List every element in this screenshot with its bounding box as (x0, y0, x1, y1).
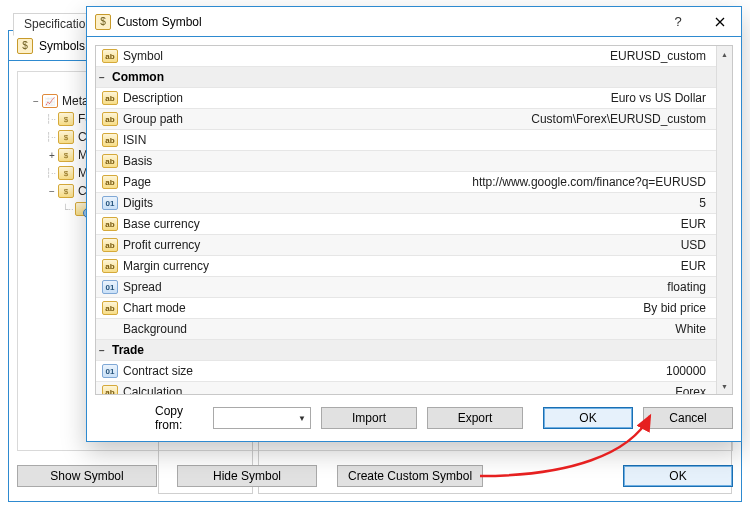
plus-icon[interactable]: + (46, 150, 58, 161)
property-name: ISIN (123, 133, 146, 147)
field-type-icon: ab (102, 385, 118, 394)
property-name: Symbol (123, 49, 163, 63)
field-type-icon: ab (102, 133, 118, 147)
export-button[interactable]: Export (427, 407, 523, 429)
field-type-icon: 01 (102, 280, 118, 294)
dialog-app-icon: $ (95, 14, 111, 30)
property-row[interactable]: abPagehttp://www.google.com/finance?q=EU… (96, 172, 716, 193)
field-type-icon: ab (102, 238, 118, 252)
property-value[interactable]: USD (296, 238, 716, 252)
tree-connector: ┆·· (46, 114, 58, 124)
property-row[interactable]: abISIN (96, 130, 716, 151)
show-symbol-button[interactable]: Show Symbol (17, 465, 157, 487)
minus-icon[interactable]: − (96, 72, 108, 83)
symbols-button-bar: Show Symbol Hide Symbol Create Custom Sy… (17, 461, 733, 491)
property-value[interactable]: Euro vs US Dollar (296, 91, 716, 105)
property-row[interactable]: abProfit currencyUSD (96, 235, 716, 256)
scroll-down-icon[interactable]: ▼ (717, 378, 732, 394)
property-value[interactable]: 100000 (296, 364, 716, 378)
field-type-icon: ab (102, 259, 118, 273)
scroll-up-icon[interactable]: ▲ (717, 46, 732, 62)
property-name: Group path (123, 112, 183, 126)
chevron-down-icon: ▼ (298, 414, 306, 423)
property-row[interactable]: abBasis (96, 151, 716, 172)
property-value[interactable]: http://www.google.com/finance?q=EURUSD (296, 175, 716, 189)
folder-icon: $ (58, 148, 74, 162)
tree-connector: ┆·· (46, 132, 58, 142)
create-custom-symbol-button[interactable]: Create Custom Symbol (337, 465, 483, 487)
dialog-title: Custom Symbol (117, 15, 202, 29)
field-type-icon: ab (102, 112, 118, 126)
field-type-icon: 01 (102, 364, 118, 378)
tree-connector: ┆·· (46, 168, 58, 178)
property-name: Digits (123, 196, 153, 210)
property-name: Basis (123, 154, 152, 168)
hide-symbol-button[interactable]: Hide Symbol (177, 465, 317, 487)
section-label: Common (108, 70, 164, 84)
property-name: Calculation (123, 385, 182, 394)
property-row[interactable]: BackgroundWhite (96, 319, 716, 340)
field-type-icon: ab (102, 49, 118, 63)
field-type-icon: 01 (102, 196, 118, 210)
minus-icon[interactable]: − (46, 186, 58, 197)
section-trade[interactable]: −Trade (96, 340, 716, 361)
property-row[interactable]: abCalculationForex (96, 382, 716, 394)
section-common[interactable]: −Common (96, 67, 716, 88)
dialog-ok-button[interactable]: OK (543, 407, 633, 429)
close-icon (715, 17, 725, 27)
property-value[interactable]: EUR (296, 217, 716, 231)
property-value[interactable]: EURUSD_custom (296, 49, 716, 63)
chart-icon: 📈 (42, 94, 58, 108)
property-value[interactable]: 5 (296, 196, 716, 210)
field-type-icon: ab (102, 175, 118, 189)
property-name: Profit currency (123, 238, 200, 252)
folder-icon: $ (58, 130, 74, 144)
import-button[interactable]: Import (321, 407, 417, 429)
dialog-button-bar: Copy from: ▼ Import Export OK Cancel (95, 405, 733, 431)
help-button[interactable]: ? (657, 7, 699, 36)
property-name: Margin currency (123, 259, 209, 273)
field-type-icon: ab (102, 301, 118, 315)
property-name: Chart mode (123, 301, 186, 315)
property-value[interactable]: By bid price (296, 301, 716, 315)
property-row[interactable]: abGroup pathCustom\Forex\EURUSD_custom (96, 109, 716, 130)
property-row[interactable]: 01Contract size100000 (96, 361, 716, 382)
folder-icon: $ (58, 166, 74, 180)
field-type-icon: ab (102, 217, 118, 231)
minus-icon[interactable]: − (30, 96, 42, 107)
property-name: Page (123, 175, 151, 189)
property-row[interactable]: abBase currencyEUR (96, 214, 716, 235)
property-row[interactable]: 01Spreadfloating (96, 277, 716, 298)
property-name: Description (123, 91, 183, 105)
copy-from-label: Copy from: (95, 404, 203, 432)
property-value[interactable]: White (296, 322, 716, 336)
section-label: Trade (108, 343, 144, 357)
folder-icon: $ (58, 184, 74, 198)
close-button[interactable] (699, 7, 741, 36)
custom-symbol-dialog: $ Custom Symbol ? abSymbolEURUSD_custom−… (86, 6, 742, 442)
property-name: Base currency (123, 217, 200, 231)
grid-scrollbar[interactable]: ▲ ▼ (716, 46, 732, 394)
tree-connector: └·· (62, 204, 75, 214)
field-type-icon: ab (102, 91, 118, 105)
property-row[interactable]: abDescriptionEuro vs US Dollar (96, 88, 716, 109)
property-value[interactable]: Forex (296, 385, 716, 394)
field-type-icon: ab (102, 154, 118, 168)
folder-icon: $ (58, 112, 74, 126)
property-value[interactable]: Custom\Forex\EURUSD_custom (296, 112, 716, 126)
property-row[interactable]: abChart modeBy bid price (96, 298, 716, 319)
property-row[interactable]: abMargin currencyEUR (96, 256, 716, 277)
property-grid[interactable]: abSymbolEURUSD_custom−CommonabDescriptio… (95, 45, 733, 395)
property-row[interactable]: 01Digits5 (96, 193, 716, 214)
property-row[interactable]: abSymbolEURUSD_custom (96, 46, 716, 67)
copy-from-combo[interactable]: ▼ (213, 407, 311, 429)
dialog-titlebar: $ Custom Symbol ? (87, 7, 741, 37)
property-value[interactable]: floating (296, 280, 716, 294)
cancel-button[interactable]: Cancel (643, 407, 733, 429)
property-value[interactable]: EUR (296, 259, 716, 273)
property-name: Contract size (123, 364, 193, 378)
symbols-ok-button[interactable]: OK (623, 465, 733, 487)
property-name: Background (123, 322, 187, 336)
property-name: Spread (123, 280, 162, 294)
minus-icon[interactable]: − (96, 345, 108, 356)
